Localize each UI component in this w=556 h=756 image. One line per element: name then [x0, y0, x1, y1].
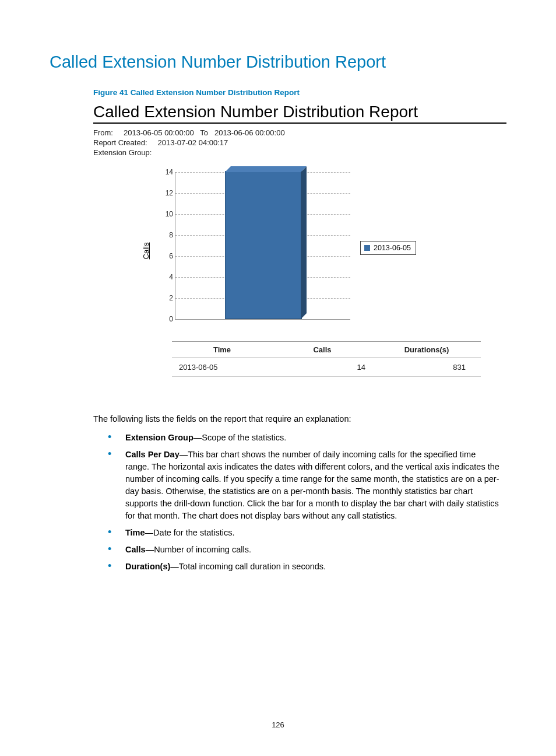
cell-calls: 14 [272, 358, 372, 377]
chart-y-axis-label: Calls [142, 243, 150, 260]
report-title: Called Extension Number Distribution Rep… [93, 103, 506, 124]
cell-duration: 831 [372, 358, 481, 377]
chart-y-tick: 10 [159, 210, 175, 218]
to-value: 2013-06-06 00:00:00 [214, 128, 285, 137]
created-label: Report Created: [93, 138, 147, 147]
col-header-duration: Durations(s) [372, 342, 481, 358]
field-desc: —Scope of the statistics. [193, 433, 287, 442]
created-value: 2013-07-02 04:00:17 [158, 138, 228, 147]
report-date-range: From: 2013-06-05 00:00:00 To 2013-06-06 … [93, 128, 506, 137]
chart-y-tick: 12 [159, 189, 175, 197]
chart-legend: 2013-06-05 [360, 241, 416, 255]
col-header-calls: Calls [272, 342, 372, 358]
from-label: From: [93, 128, 113, 137]
data-table: Time Calls Durations(s) 2013-06-0514831 [172, 341, 481, 377]
chart-y-tick: 2 [159, 294, 175, 302]
extgroup-label: Extension Group: [93, 148, 152, 157]
field-term: Extension Group [125, 433, 193, 442]
table-row: 2013-06-0514831 [172, 358, 481, 377]
from-value: 2013-06-05 00:00:00 [124, 128, 194, 137]
chart-bar [225, 171, 302, 319]
table-header-row: Time Calls Durations(s) [172, 342, 481, 358]
list-item: Duration(s)—Total incoming call duration… [108, 561, 501, 573]
legend-swatch-icon [364, 245, 370, 251]
to-label: To [200, 128, 208, 137]
figure-caption: Figure 41 Called Extension Number Distri… [93, 88, 506, 97]
chart-y-tick: 6 [159, 252, 175, 260]
field-desc: —Date for the statistics. [145, 528, 235, 537]
chart-bar-side [301, 166, 307, 319]
cell-time: 2013-06-05 [172, 358, 272, 377]
list-item: Calls Per Day—This bar chart shows the n… [108, 449, 501, 522]
list-item: Calls—Number of incoming calls. [108, 544, 501, 556]
page-number: 126 [0, 720, 556, 729]
field-desc: —Total incoming call duration in seconds… [170, 562, 326, 571]
field-desc: —Number of incoming calls. [146, 545, 251, 554]
field-term: Duration(s) [125, 562, 170, 571]
chart-plot-area: 02468101214 [175, 172, 350, 320]
report-screenshot: Called Extension Number Distribution Rep… [93, 103, 506, 377]
col-header-time: Time [172, 342, 272, 358]
chart-bar-top [225, 166, 307, 172]
field-term: Calls [125, 545, 146, 554]
chart-y-tick: 4 [159, 273, 175, 281]
field-desc: —This bar chart shows the number of dail… [125, 450, 499, 520]
chart-y-tick: 14 [159, 168, 175, 176]
chart-y-tick: 0 [159, 315, 175, 323]
extension-group-row: Extension Group: [93, 148, 506, 157]
calls-per-day-chart: Calls 02468101214 2013-06-05 [157, 172, 506, 330]
legend-label: 2013-06-05 [374, 244, 411, 252]
chart-y-tick: 8 [159, 231, 175, 239]
list-item: Time—Date for the statistics. [108, 527, 501, 539]
list-item: Extension Group—Scope of the statistics. [108, 432, 501, 444]
explanation-intro: The following lists the fields on the re… [93, 414, 506, 424]
field-term: Calls Per Day [125, 450, 180, 459]
field-term: Time [125, 528, 145, 537]
report-created-row: Report Created: 2013-07-02 04:00:17 [93, 138, 506, 147]
page-title: Called Extension Number Distribution Rep… [50, 52, 506, 72]
field-explanation-list: Extension Group—Scope of the statistics.… [108, 432, 506, 573]
